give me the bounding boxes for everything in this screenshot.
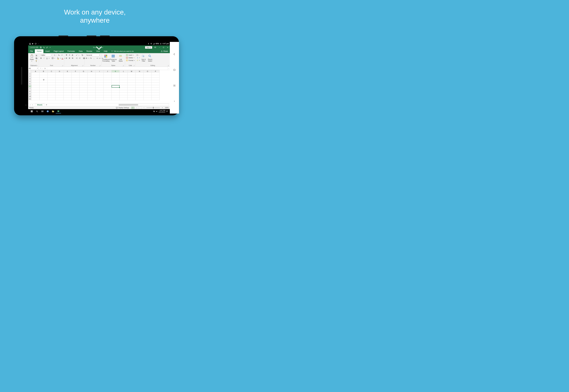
row-header[interactable]: 1 [28,72,31,75]
cell[interactable] [128,83,136,85]
tab-home[interactable]: Home [35,49,44,53]
cell[interactable] [48,83,56,85]
cell[interactable] [112,83,120,85]
cell[interactable] [136,78,144,80]
fx-icon[interactable]: fx [44,68,46,69]
minimize-icon[interactable]: ─ [158,46,161,48]
tab-data[interactable]: Data [77,49,85,53]
cell[interactable] [64,83,72,85]
cell[interactable] [144,83,152,85]
cell[interactable] [56,78,64,80]
cell[interactable] [120,95,128,98]
format-painter-icon[interactable] [35,60,38,63]
cell[interactable] [40,78,48,80]
cell[interactable] [103,95,112,98]
cell[interactable] [72,78,80,80]
cell[interactable] [136,88,144,90]
save-icon[interactable] [40,46,42,48]
cell[interactable] [96,85,103,88]
cell[interactable] [112,85,120,88]
cell[interactable] [80,93,88,95]
cell[interactable] [48,98,56,100]
cell[interactable] [31,83,40,85]
cell[interactable] [72,75,80,78]
cell[interactable] [31,93,40,95]
number-format-combo[interactable]: General▼ [85,54,101,56]
cell[interactable] [112,75,120,78]
cell[interactable] [88,83,96,85]
zoom-out-icon[interactable]: − [144,107,145,109]
column-header[interactable]: D [56,70,64,72]
align-right-icon[interactable] [71,57,74,59]
cell[interactable] [80,72,88,75]
cell[interactable] [96,78,103,80]
cell[interactable] [56,85,64,88]
cell[interactable] [103,83,112,85]
cell[interactable] [64,90,72,93]
cell[interactable] [72,93,80,95]
android-recents-icon[interactable] [173,84,176,87]
cell[interactable] [80,85,88,88]
cell[interactable] [56,88,64,90]
cell[interactable] [128,85,136,88]
cell[interactable] [80,78,88,80]
view-normal-icon[interactable] [131,107,134,109]
align-left-icon[interactable] [65,57,68,59]
cells-delete-button[interactable]: Delete ▼ [126,57,135,59]
cell[interactable] [72,80,80,83]
tab-file[interactable]: File [28,49,35,53]
cell[interactable] [103,85,112,88]
cell[interactable] [144,88,152,90]
tab-formulas[interactable]: Formulas [66,49,77,53]
decrease-indent-icon[interactable] [75,57,78,59]
cell[interactable] [64,80,72,83]
cell[interactable] [120,98,128,100]
column-header[interactable]: A [31,70,40,72]
cell[interactable] [31,98,40,100]
font-name-combo[interactable]: Calibri▼ [40,54,52,56]
cell[interactable] [152,90,160,93]
cell[interactable] [88,98,96,100]
cell[interactable] [103,80,112,83]
cell[interactable] [64,75,72,78]
bold-icon[interactable]: B [40,57,42,59]
cell[interactable] [136,80,144,83]
column-header[interactable]: G [80,70,88,72]
cell[interactable] [103,98,112,100]
tray-network-icon[interactable] [153,111,155,112]
cell[interactable] [64,85,72,88]
cell[interactable] [88,75,96,78]
cell[interactable] [80,90,88,93]
cell[interactable] [40,85,48,88]
cell[interactable] [120,85,128,88]
cell[interactable] [144,78,152,80]
cell[interactable] [128,80,136,83]
cell[interactable] [64,93,72,95]
cell[interactable] [72,90,80,93]
cell[interactable] [96,72,103,75]
cell[interactable] [152,78,160,80]
clear-button[interactable]: ▼ [137,59,140,61]
column-header[interactable]: J [103,70,112,72]
taskbar-ie-icon[interactable] [45,109,50,113]
cell[interactable] [128,98,136,100]
cell[interactable] [48,95,56,98]
cell[interactable] [56,98,64,100]
percent-icon[interactable]: % [90,57,92,59]
cell[interactable] [40,88,48,90]
conditional-formatting-button[interactable]: Conditional Formatting [102,54,109,62]
cell[interactable] [40,83,48,85]
row-header[interactable]: 10 [28,95,31,98]
row-header[interactable]: 3 [28,78,31,80]
cell[interactable] [31,85,40,88]
cell[interactable] [152,72,160,75]
cell[interactable] [31,78,40,80]
redo-icon[interactable] [46,46,48,48]
cell[interactable] [64,95,72,98]
font-color-icon[interactable]: A [61,57,64,59]
cell[interactable] [80,98,88,100]
search-icon[interactable] [34,109,40,113]
cell[interactable] [72,98,80,100]
cell[interactable] [120,93,128,95]
cell[interactable] [103,90,112,93]
